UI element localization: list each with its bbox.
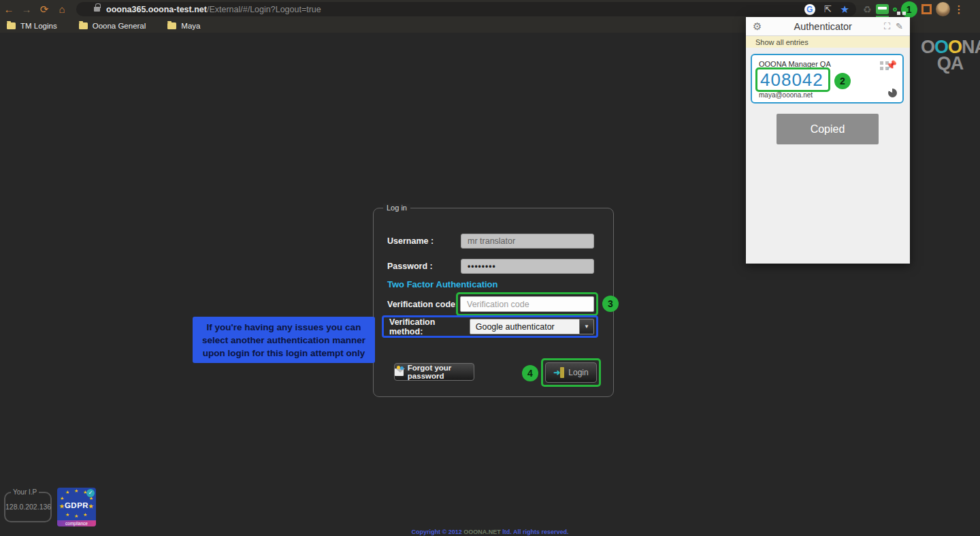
verification-method-select[interactable]: Google authenticator ▼ [470,319,594,334]
copyright-suffix: ltd. All rights reserved. [501,529,569,535]
bookmark-star-icon[interactable]: ★ [840,3,849,16]
copyright-prefix: Copyright © 2012 [412,529,464,535]
ip-legend: Your I.P [11,488,39,496]
step2-highlight-box: 408042 [755,67,830,92]
gdpr-subtitle: compliance [57,520,96,526]
url-path: /External/#/Login?Logout=true [207,5,321,14]
totp-code[interactable]: 408042 [760,69,823,91]
google-icon[interactable]: G [804,4,815,15]
annotation-step-2: 2 [834,73,851,89]
gdpr-title: GDPR [65,501,88,509]
verification-code-input[interactable] [460,296,594,312]
logo-letter: O [921,37,934,57]
copyright-brand[interactable]: OOONA.NET [463,529,501,535]
forgot-password-label: Forgot your password [408,364,474,380]
ip-box: Your I.P 128.0.202.136 [4,492,52,522]
chevron-down-icon[interactable]: ▼ [579,319,593,334]
authenticator-header: ⚙ Authenticator ⛶ ✎ [746,17,910,36]
two-factor-heading: Two Factor Authentication [387,279,498,289]
folder-icon [7,22,16,29]
scan-icon[interactable]: ⛶ [884,21,890,32]
login-panel: Log in Username : Password : Two Factor … [373,208,614,397]
annotation-step-3: 3 [602,296,619,312]
logo-letter: N [962,37,975,57]
pin-icon[interactable]: 📌 [886,60,897,70]
authenticator-title: Authenticator [762,21,884,32]
folder-icon [167,22,176,29]
bookmark-label: TM Logins [20,22,57,30]
annotation-step-1: 1 [901,1,917,18]
reload-icon[interactable]: ⟳ [35,3,53,16]
back-icon[interactable]: ← [0,3,18,15]
gdpr-badge: ★ ★ ★ ★ ★ ★ ★ ★ ★GDPR★ ✓ compliance [57,488,96,526]
entry-account: maya@ooona.net [759,91,813,99]
password-field[interactable] [461,259,594,274]
recycle-extension-icon[interactable]: ♻ [863,4,872,15]
folder-icon [79,22,88,29]
help-tooltip: If you're having any issues you can sele… [193,317,375,363]
profile-avatar[interactable] [936,2,950,16]
logo-qa-line: QA [921,55,979,72]
login-label: Login [568,368,588,377]
verification-code-label: Verification code: [387,300,458,309]
bookmark-folder-maya[interactable]: Maya [167,22,200,30]
edit-icon[interactable]: ✎ [896,21,903,31]
qr-grid-icon[interactable] [880,61,883,65]
login-panel-legend: Log in [383,204,410,212]
logo-letter: A [975,37,980,57]
browser-menu-icon[interactable]: ⋮ [954,3,964,16]
bookmark-folder-ooona-general[interactable]: Ooona General [79,22,146,30]
square-extension-icon[interactable] [921,4,932,14]
verification-method-label: Verification method: [389,317,466,336]
gear-icon[interactable]: ⚙ [753,20,762,33]
step3-highlight-box [456,292,598,316]
help-tooltip-text: If you're having any issues you can sele… [198,321,370,360]
check-icon: ✓ [86,489,95,497]
bookmark-folder-tm-logins[interactable]: TM Logins [7,22,57,30]
login-door-icon: ➜ [553,367,566,378]
forward-icon[interactable]: → [18,3,35,15]
url-domain[interactable]: ooona365.ooona-test.net [106,5,207,14]
bookmark-label: Maya [181,22,200,30]
authenticator-popup: ⚙ Authenticator ⛶ ✎ Show all entries OOO… [746,17,910,264]
home-icon[interactable]: ⌂ [53,3,71,15]
forgot-password-button[interactable]: Forgot your password [394,363,474,381]
show-all-entries-banner[interactable]: Show all entries [746,36,910,48]
extensions-area: ♻ 1 ⋮ [863,0,964,18]
annotation-step-4: 4 [522,365,538,381]
copied-toast: Copied [777,114,879,144]
verification-method-value: Google authenticator [470,322,579,332]
password-label: Password : [387,262,433,271]
step1-highlight-box [893,7,897,12]
envelope-icon [395,368,404,376]
share-icon[interactable]: ⇱ [824,4,832,14]
login-button[interactable]: ➜ Login [545,362,597,383]
ip-value: 128.0.202.136 [5,503,50,511]
copyright-line: Copyright © 2012 OOONA.NET ltd. All righ… [0,529,980,535]
ooona-qa-logo: OOONA QA [921,39,979,72]
authenticator-entry-card[interactable]: OOONA Manager QA 📌 408042 2 maya@ooona.n… [751,54,904,104]
step4-highlight-box: ➜ Login [541,358,601,387]
step-method-highlight-box: Verification method: Google authenticato… [382,315,598,338]
countdown-timer-icon [888,89,897,97]
lock-icon [94,7,100,12]
username-field[interactable] [461,234,594,249]
roboform-extension-icon[interactable] [876,4,889,14]
username-label: Username : [387,236,434,246]
address-bar[interactable]: ooona365.ooona-test.net /External/#/Logi… [76,2,856,16]
bookmark-label: Ooona General [93,22,146,30]
browser-toolbar: ← → ⟳ ⌂ ooona365.ooona-test.net /Externa… [0,0,980,18]
